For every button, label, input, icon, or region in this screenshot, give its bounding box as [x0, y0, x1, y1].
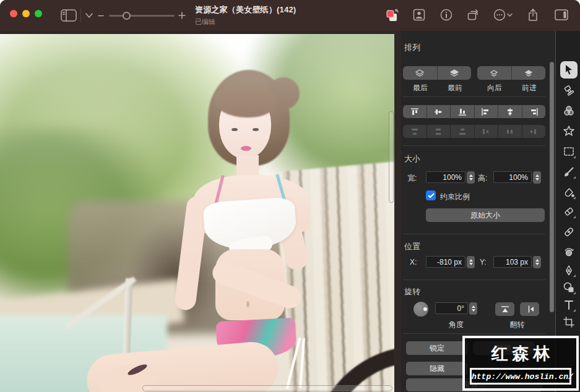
bring-forward-button[interactable]	[512, 66, 546, 80]
hide-button[interactable]: 隐藏	[406, 362, 468, 375]
zoom-in-icon[interactable]	[178, 12, 186, 19]
zoom-slider-thumb[interactable]	[123, 12, 131, 20]
vertical-scrollbar[interactable]	[389, 111, 394, 203]
order-forward-label: 前进	[512, 83, 547, 93]
info-icon[interactable]	[439, 8, 453, 22]
angle-label: 角度	[435, 320, 477, 330]
watermark-name: 红森林	[465, 343, 576, 365]
move-tool[interactable]	[560, 61, 578, 79]
order-back-front-group	[403, 66, 471, 80]
size-section-title: 大小	[404, 153, 420, 164]
order-backward-forward-group	[477, 66, 545, 80]
adjust-colors-tool[interactable]	[560, 102, 578, 119]
titlebar-divider	[80, 9, 81, 22]
angle-input[interactable]: 0°	[435, 302, 468, 314]
position-section-title: 位置	[404, 241, 420, 252]
watermark-box: 红森林 http://www.hoslin.cn/	[462, 336, 579, 391]
fullscreen-button[interactable]	[35, 10, 42, 17]
constrain-checkbox[interactable]	[426, 190, 436, 200]
contact-card-icon[interactable]	[412, 8, 426, 22]
separator	[403, 333, 545, 334]
y-stepper[interactable]	[533, 256, 541, 268]
shapes-tool[interactable]	[560, 279, 578, 296]
watermark-url: http://www.hoslin.cn/	[472, 372, 573, 381]
original-size-button[interactable]: 原始大小	[426, 208, 545, 222]
fill-tool[interactable]	[560, 184, 578, 201]
paint-tool[interactable]	[560, 163, 578, 181]
rotate-icon[interactable]	[466, 8, 480, 22]
align-group	[403, 105, 545, 118]
align-top-button[interactable]	[403, 105, 427, 118]
x-input[interactable]: -810 px	[426, 256, 465, 268]
arrange-section-title: 排列	[404, 42, 420, 53]
sidebar-toggle-icon[interactable]	[61, 9, 77, 22]
photo-highlight-overlay	[0, 34, 394, 392]
distribute-vcenter-button[interactable]	[427, 125, 451, 138]
width-input[interactable]: 100%	[426, 171, 465, 183]
flip-vertical-button[interactable]	[495, 302, 514, 316]
window-title: 资源之家（美女壁纸）(142)	[195, 4, 296, 15]
distribute-top-button[interactable]	[403, 125, 427, 138]
photo-canvas[interactable]	[0, 34, 394, 392]
y-label: Y:	[480, 258, 487, 266]
type-tool[interactable]	[560, 296, 578, 313]
inspector-toggle-icon[interactable]	[554, 8, 569, 22]
height-stepper[interactable]	[533, 171, 541, 184]
align-bottom-button[interactable]	[451, 105, 475, 118]
canvas-area	[0, 31, 401, 392]
share-icon[interactable]	[526, 7, 540, 22]
distribute-bottom-button[interactable]	[451, 125, 475, 138]
send-to-back-button[interactable]	[403, 66, 438, 80]
align-left-button[interactable]	[475, 105, 499, 118]
lock-button[interactable]: 锁定	[406, 341, 468, 355]
align-right-button[interactable]	[522, 105, 546, 118]
separator	[403, 234, 545, 234]
width-label: 宽:	[407, 173, 417, 184]
rotation-knob[interactable]	[413, 302, 428, 317]
distribute-group	[403, 125, 545, 138]
flip-horizontal-button[interactable]	[520, 302, 539, 316]
x-label: X:	[410, 258, 417, 266]
heal-tool[interactable]	[560, 223, 578, 241]
window-title-block: 资源之家（美女壁纸）(142) 已编辑	[195, 4, 296, 27]
zoom-slider-track[interactable]	[109, 15, 175, 17]
order-back-label: 最后	[403, 83, 438, 93]
app-window: 资源之家（美女壁纸）(142) 已编辑	[0, 0, 580, 392]
bring-to-front-button[interactable]	[438, 66, 472, 80]
close-button[interactable]	[10, 10, 17, 17]
angle-stepper[interactable]	[469, 302, 477, 315]
clone-tool[interactable]	[560, 243, 578, 260]
zoom-out-icon[interactable]	[98, 15, 104, 17]
effects-tool[interactable]	[560, 122, 578, 140]
window-subtitle: 已编辑	[195, 17, 296, 27]
align-vcenter-button[interactable]	[427, 105, 451, 118]
separator	[403, 96, 545, 97]
inspector-scrollbar[interactable]	[550, 62, 554, 312]
x-stepper[interactable]	[467, 256, 475, 268]
retouch-tool[interactable]	[560, 82, 578, 99]
minimize-button[interactable]	[22, 10, 30, 17]
selection-tool[interactable]	[560, 143, 578, 160]
height-label: 高:	[478, 173, 487, 184]
distribute-hcenter-button[interactable]	[498, 125, 522, 138]
rotation-knob-dot	[423, 307, 427, 311]
height-input[interactable]: 100%	[493, 171, 532, 183]
color-rotate-icon[interactable]	[385, 8, 401, 23]
align-hcenter-button[interactable]	[498, 105, 522, 118]
y-input[interactable]: 103 px	[493, 256, 532, 268]
separator	[403, 145, 545, 146]
watermark-url-box: http://www.hoslin.cn/	[470, 368, 571, 385]
crop-tool[interactable]	[560, 313, 578, 331]
distribute-left-button[interactable]	[475, 125, 499, 138]
width-stepper[interactable]	[467, 171, 475, 184]
erase-tool[interactable]	[560, 203, 578, 220]
send-backward-button[interactable]	[477, 66, 512, 80]
chevron-down-icon[interactable]	[85, 12, 93, 19]
constrain-label: 约束比例	[440, 192, 470, 202]
more-options-icon[interactable]	[493, 8, 514, 22]
pen-tool[interactable]	[560, 262, 578, 279]
separator	[403, 279, 545, 280]
flip-label: 翻转	[495, 320, 539, 330]
distribute-right-button[interactable]	[522, 125, 546, 138]
horizontal-scrollbar[interactable]	[142, 385, 392, 391]
